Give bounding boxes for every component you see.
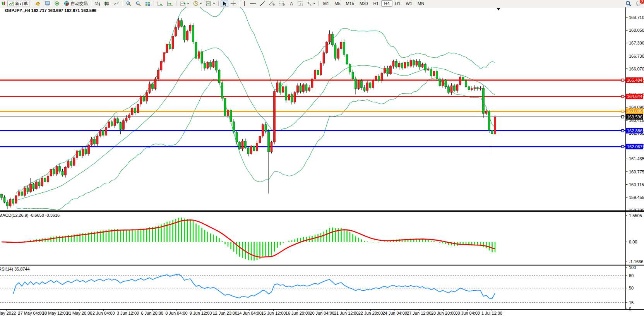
toolbar-separator	[239, 1, 240, 6]
autotrading-label: 自动交易	[71, 1, 88, 7]
timeframe-m5[interactable]: M5	[332, 0, 343, 7]
svg-text:6 Jun 20:00: 6 Jun 20:00	[141, 311, 163, 315]
timeframe-m30[interactable]: M30	[357, 0, 370, 7]
timeframe-m1[interactable]: M1	[320, 0, 332, 7]
crosshair-button[interactable]	[229, 0, 237, 7]
text-button[interactable]: A	[288, 0, 295, 7]
trendline-button[interactable]	[258, 0, 267, 7]
timeframe-group: M1M5M15M30H1H4D1W1MN	[320, 0, 427, 7]
navigator-icon	[54, 1, 60, 6]
hline-handle	[622, 110, 624, 112]
hline-handle	[622, 116, 624, 118]
svg-text:F: F	[283, 4, 285, 6]
chat-button[interactable]: 1	[636, 0, 642, 7]
svg-text:0.00: 0.00	[629, 240, 637, 244]
auto-scroll-button[interactable]	[156, 0, 165, 7]
svg-text:158.795: 158.795	[629, 208, 644, 212]
fibonacci-icon: F	[279, 1, 285, 6]
hline-handle	[622, 130, 624, 132]
drawing-tools-group: E F A T	[220, 0, 317, 7]
bar-chart-button[interactable]	[93, 0, 102, 7]
arrows-caret-icon	[313, 3, 315, 4]
timeframe-h1[interactable]: H1	[370, 0, 381, 7]
chart-type-group	[93, 0, 121, 7]
zoom-group	[124, 0, 152, 7]
candlestick-chart-button[interactable]	[103, 0, 111, 7]
chart-shift-marker	[497, 8, 500, 10]
svg-text:162.067: 162.067	[627, 144, 642, 149]
zoom-in-button[interactable]	[124, 0, 133, 7]
new-order-button[interactable]: 新订单	[7, 0, 29, 7]
crosshair-icon	[231, 1, 236, 6]
svg-text:2 Jun 04:00: 2 Jun 04:00	[92, 311, 115, 315]
text-label-button[interactable]: T	[296, 0, 305, 7]
svg-text:160.115: 160.115	[629, 182, 644, 187]
svg-text:80: 80	[629, 273, 634, 278]
chart-shift-icon	[167, 1, 173, 6]
market-watch-icon	[35, 1, 41, 6]
svg-text:30 May 12:00: 30 May 12:00	[42, 311, 68, 315]
toolbar-separator	[176, 1, 177, 6]
svg-text:163.596: 163.596	[627, 115, 642, 119]
autotrading-button[interactable]: 自动交易	[62, 0, 89, 7]
text-icon: A	[289, 1, 294, 6]
svg-text:28 Jun 20:00: 28 Jun 20:00	[431, 311, 456, 315]
cursor-icon	[222, 1, 227, 6]
timeframe-m15[interactable]: M15	[343, 0, 357, 7]
clock-icon	[193, 1, 199, 6]
mt4-window: 新订单 自动交易	[0, 0, 644, 317]
line-chart-icon	[113, 1, 119, 6]
toolbar-separator	[154, 1, 154, 6]
svg-text:A: A	[290, 1, 293, 6]
data-window-button[interactable]	[43, 0, 52, 7]
mini-candle-icon	[2, 1, 5, 6]
equidistant-channel-button[interactable]: E	[267, 0, 277, 7]
horizontal-line-icon	[250, 1, 256, 6]
bar-chart-icon	[95, 1, 100, 6]
autotrading-icon	[64, 1, 70, 6]
chart-canvas[interactable]: 168.710168.050167.390166.730166.070165.4…	[0, 0, 644, 317]
line-chart-button[interactable]	[112, 0, 120, 7]
svg-text:167.390: 167.390	[629, 41, 644, 45]
order-group: 新订单	[0, 0, 30, 7]
timeframe-w1[interactable]: W1	[403, 0, 415, 7]
svg-text:14 Jun 04:00: 14 Jun 04:00	[237, 311, 262, 315]
timeframe-h4[interactable]: H4	[381, 0, 392, 7]
svg-text:161.435: 161.435	[629, 156, 644, 161]
arrows-button[interactable]	[305, 0, 317, 7]
objects-group	[178, 0, 217, 7]
indicators-button[interactable]	[178, 0, 191, 7]
timeframe-mn[interactable]: MN	[415, 0, 427, 7]
auto-scroll-icon	[158, 1, 163, 6]
navigator-button[interactable]	[53, 0, 62, 7]
svg-text:3 Jun 12:00: 3 Jun 12:00	[117, 311, 139, 315]
market-watch-button[interactable]	[33, 0, 42, 7]
toolbar-separator	[91, 1, 92, 6]
svg-text:168.050: 168.050	[629, 28, 644, 33]
svg-text:8 Jun 04:00: 8 Jun 04:00	[165, 311, 188, 315]
svg-text:15: 15	[629, 300, 634, 305]
search-button[interactable]	[624, 0, 633, 7]
toolbar-separator	[122, 1, 123, 6]
tile-windows-button[interactable]	[144, 0, 152, 7]
templates-button[interactable]	[204, 0, 217, 7]
svg-text:160.775: 160.775	[629, 170, 644, 174]
svg-text:9 Jun 12:00: 9 Jun 12:00	[190, 311, 212, 315]
svg-text:0: 0	[629, 307, 631, 311]
macd-indicator-label: MACD(12,26,9) -0.6650 -0.3616	[0, 213, 60, 218]
trendline-icon	[260, 1, 265, 6]
fibonacci-button[interactable]: F	[277, 0, 287, 7]
vertical-line-button[interactable]	[241, 0, 248, 7]
periods-button[interactable]	[192, 0, 204, 7]
tile-windows-icon	[145, 1, 151, 6]
horizontal-line-button[interactable]	[248, 0, 257, 7]
zoom-out-button[interactable]	[134, 0, 143, 7]
cursor-button[interactable]	[221, 0, 228, 7]
svg-text:-1.1666: -1.1666	[629, 259, 643, 264]
chart-shift-button[interactable]	[166, 0, 175, 7]
timeframe-d1[interactable]: D1	[392, 0, 403, 7]
svg-text:15 Jun 12:00: 15 Jun 12:00	[261, 311, 286, 315]
toolbar-separator	[31, 1, 32, 6]
text-label-icon: T	[298, 1, 303, 6]
search-icon	[625, 1, 632, 7]
